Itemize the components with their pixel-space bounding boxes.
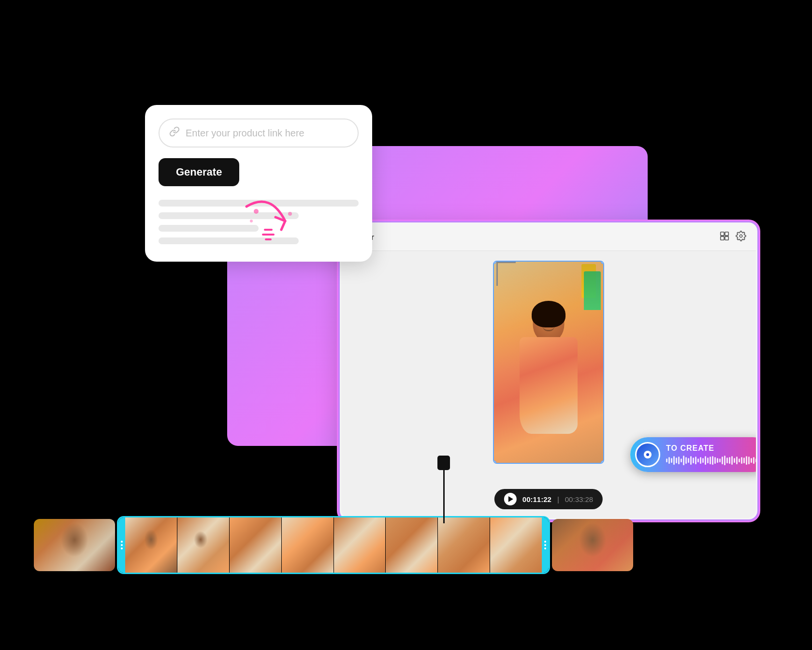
playhead (437, 456, 450, 523)
play-button[interactable] (504, 493, 517, 505)
timeline-thumb-outside-right (552, 519, 633, 571)
frame-6 (386, 517, 437, 573)
video-frame[interactable] (493, 261, 604, 464)
waveform-bar (700, 457, 701, 464)
waveform-bar (726, 458, 728, 463)
waveform-bar (724, 456, 725, 465)
settings-icon[interactable] (736, 231, 746, 244)
timeline-strip (34, 511, 633, 579)
timeline-inner-frames (125, 517, 542, 573)
waveform-bar (688, 458, 689, 463)
waveform (666, 456, 757, 465)
player-body: 00:11:22 | 00:33:28 TO CREATE (341, 251, 756, 518)
waveform-bar (676, 458, 677, 463)
waveform-bar (683, 456, 684, 465)
video-content (494, 262, 603, 463)
waveform-bar (739, 458, 740, 462)
playhead-line (443, 470, 445, 523)
music-badge[interactable]: TO CREATE (630, 437, 757, 472)
waveform-bar (729, 457, 730, 464)
waveform-bar (712, 456, 713, 465)
waveform-bar (751, 458, 752, 463)
link-input-row[interactable]: Enter your product link here (159, 118, 359, 148)
waveform-bar (671, 458, 672, 463)
corner-handle-tr[interactable] (601, 261, 604, 264)
frame-3 (230, 517, 281, 573)
waveform-bar (736, 457, 738, 464)
music-disc-icon (635, 442, 660, 467)
play-triangle-icon (508, 496, 513, 502)
waveform-bar (746, 456, 747, 465)
waveform-bar (714, 457, 716, 464)
frame-2 (177, 517, 229, 573)
waveform-bar (719, 458, 721, 462)
waveform-bar (705, 456, 706, 465)
waveform-bar (695, 457, 696, 464)
waveform-bar (753, 457, 754, 464)
waveform-bar (697, 458, 699, 462)
waveform-bar (734, 458, 735, 463)
music-badge-content: TO CREATE (666, 444, 757, 465)
svg-point-0 (254, 209, 259, 214)
waveform-bar (741, 457, 742, 464)
waveform-bar (666, 458, 667, 462)
waveform-bar (722, 457, 723, 464)
waveform-bar (717, 458, 718, 463)
waveform-bar (755, 458, 757, 462)
waveform-bar (743, 458, 745, 463)
arrow-decoration (242, 197, 300, 245)
playhead-flag (437, 456, 450, 470)
waveform-bar (681, 458, 682, 462)
timeline-handle-right[interactable] (542, 517, 549, 573)
svg-point-1 (250, 220, 253, 222)
music-badge-label: TO CREATE (666, 444, 757, 453)
time-current: 00:11:22 (522, 495, 551, 503)
waveform-bar (673, 456, 675, 465)
svg-rect-9 (725, 236, 728, 240)
waveform-bar (690, 456, 692, 465)
waveform-bar (693, 458, 694, 463)
timeline-selected-range[interactable] (117, 516, 550, 574)
corner-handle-br[interactable] (601, 460, 604, 464)
waveform-bar (685, 457, 687, 464)
timeline-thumb-bg-right (552, 519, 633, 571)
waveform-bar (731, 456, 733, 465)
frame-7 (438, 517, 490, 573)
music-disc-inner (644, 451, 652, 458)
playback-bar: 00:11:22 | 00:33:28 (494, 489, 603, 509)
corner-handle-bl[interactable] (493, 460, 496, 464)
timeline-thumb-bg-left (34, 519, 115, 571)
layout-icon[interactable] (719, 231, 730, 244)
waveform-bar (710, 457, 711, 464)
svg-rect-7 (725, 232, 728, 236)
svg-rect-6 (721, 232, 724, 236)
time-divider: | (557, 495, 559, 503)
time-total: 00:33:28 (565, 495, 593, 503)
svg-point-10 (740, 235, 742, 237)
player-header-icons (719, 231, 746, 244)
svg-point-2 (288, 212, 292, 216)
svg-rect-8 (721, 236, 724, 240)
frame-1 (125, 517, 177, 573)
waveform-bar (678, 457, 680, 464)
waveform-bar (707, 458, 709, 463)
player-header: Player (341, 224, 756, 251)
timeline-thumb-outside-left (34, 519, 115, 571)
generate-button[interactable]: Generate (159, 158, 239, 186)
link-icon (169, 126, 180, 140)
timeline-handle-left[interactable] (118, 517, 125, 573)
link-input-placeholder: Enter your product link here (186, 128, 304, 139)
frame-4 (282, 517, 334, 573)
frame-8 (490, 517, 542, 573)
waveform-bar (748, 457, 750, 464)
frame-5 (334, 517, 386, 573)
waveform-bar (702, 458, 704, 463)
player-panel: Player (340, 222, 757, 519)
music-disc-dot (646, 453, 649, 456)
waveform-bar (668, 457, 670, 464)
